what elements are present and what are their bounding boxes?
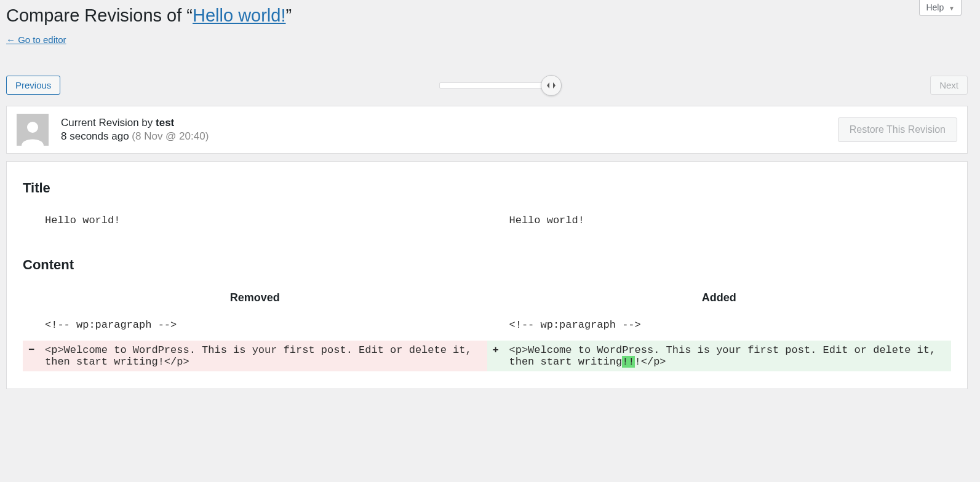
added-prefix: <p>Welcome to WordPress. This is your fi… <box>509 344 936 368</box>
diff-marker <box>487 315 504 334</box>
added-marker: + <box>487 341 504 371</box>
diff-marker <box>23 315 40 334</box>
title-right: Hello world! <box>504 211 952 230</box>
revision-meta-card: Current Revision by test 8 seconds ago (… <box>6 106 968 154</box>
diff-marker <box>487 211 504 230</box>
restore-revision-button: Restore This Revision <box>838 117 957 142</box>
dropdown-triangle-icon: ▼ <box>949 5 955 12</box>
content-added-line: <p>Welcome to WordPress. This is your fi… <box>504 341 952 371</box>
help-tab-button[interactable]: Help ▼ <box>919 0 962 16</box>
avatar-placeholder-icon <box>18 116 47 146</box>
content-diff-table: <!-- wp:paragraph --> <!-- wp:paragraph … <box>23 315 951 371</box>
byline-prefix: Current Revision by <box>61 117 156 128</box>
timestamp-detail: (8 Nov @ 20:40) <box>132 130 209 142</box>
slider-handle[interactable] <box>541 75 562 96</box>
post-title-link[interactable]: Hello world! <box>193 6 286 25</box>
removed-column-header: Removed <box>23 288 487 315</box>
page-title: Compare Revisions of “Hello world!” <box>6 6 292 26</box>
previous-revision-button[interactable]: Previous <box>6 76 60 95</box>
content-context-left: <!-- wp:paragraph --> <box>40 315 487 334</box>
revision-timestamp: 8 seconds ago (8 Nov @ 20:40) <box>61 130 209 143</box>
revision-byline: Current Revision by test <box>61 117 209 129</box>
page-title-suffix: ” <box>286 6 292 25</box>
help-label: Help <box>926 2 944 12</box>
back-to-editor-link[interactable]: ← Go to editor <box>6 34 66 45</box>
content-removed-line: <p>Welcome to WordPress. This is your fi… <box>40 341 487 371</box>
svg-point-1 <box>27 122 38 133</box>
diff-marker <box>23 211 40 230</box>
slider-arrows-icon <box>546 81 556 90</box>
removed-marker: − <box>23 341 40 371</box>
added-suffix: !</p> <box>635 356 666 368</box>
diff-panel: Title Hello world! Hello world! Content … <box>6 161 968 389</box>
added-column-header: Added <box>487 288 952 315</box>
section-heading-title: Title <box>23 180 951 196</box>
next-revision-button: Next <box>930 76 968 95</box>
revision-slider[interactable] <box>60 82 930 89</box>
author-name: test <box>156 117 174 128</box>
author-avatar <box>17 114 49 146</box>
title-left: Hello world! <box>40 211 487 230</box>
content-context-right: <!-- wp:paragraph --> <box>504 315 952 334</box>
time-ago: 8 seconds ago <box>61 130 129 142</box>
slider-track[interactable] <box>439 82 551 89</box>
added-insertion: !! <box>622 356 634 368</box>
section-heading-content: Content <box>23 257 951 273</box>
title-diff-table: Hello world! Hello world! <box>23 211 951 230</box>
page-title-prefix: Compare Revisions of “ <box>6 6 193 25</box>
